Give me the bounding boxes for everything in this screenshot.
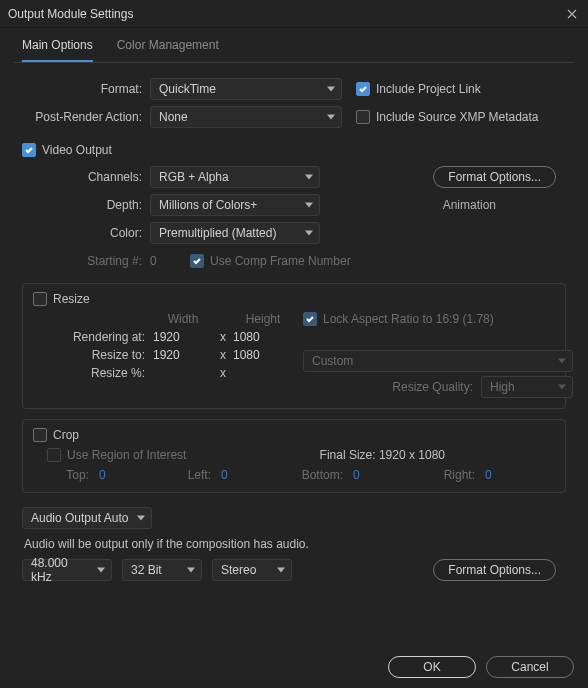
resize-preset-select: Custom — [303, 350, 573, 372]
include-xmp-checkbox[interactable]: Include Source XMP Metadata — [356, 110, 539, 124]
video-output-label: Video Output — [42, 143, 112, 157]
video-output-checkbox[interactable]: Video Output — [22, 143, 566, 157]
format-section: Format: QuickTime Include Project Link P… — [14, 63, 574, 129]
color-label: Color: — [22, 226, 150, 240]
include-project-link-label: Include Project Link — [376, 82, 481, 96]
include-xmp-label: Include Source XMP Metadata — [376, 110, 539, 124]
format-select-value: QuickTime — [159, 82, 216, 96]
dialog-footer: OK Cancel — [388, 656, 574, 678]
channels-select[interactable]: RGB + Alpha — [150, 166, 320, 188]
starting-number-value: 0 — [150, 254, 190, 268]
use-roi-checkbox: Use Region of Interest — [47, 448, 186, 462]
lock-aspect-ratio-label: Lock Aspect Ratio to 16:9 (1.78) — [323, 312, 494, 326]
codec-name: Animation — [443, 198, 496, 212]
audio-output-mode-value: Audio Output Auto — [31, 511, 128, 525]
resize-pct-label: Resize %: — [33, 366, 153, 380]
depth-value: Millions of Colors+ — [159, 198, 257, 212]
crop-checkbox[interactable]: Crop — [33, 428, 79, 442]
color-value: Premultiplied (Matted) — [159, 226, 276, 240]
close-icon — [567, 9, 577, 19]
height-header: Height — [233, 312, 293, 326]
use-roi-label: Use Region of Interest — [67, 448, 186, 462]
resize-preset-value: Custom — [312, 354, 353, 368]
audio-note: Audio will be output only if the composi… — [24, 537, 566, 551]
title-bar: Output Module Settings — [0, 0, 588, 28]
post-render-action-value: None — [159, 110, 188, 124]
audio-depth-value: 32 Bit — [131, 563, 162, 577]
lock-aspect-ratio-checkbox: Lock Aspect Ratio to 16:9 (1.78) — [303, 312, 573, 326]
width-header: Width — [153, 312, 213, 326]
resize-quality-select: High — [481, 376, 573, 398]
audio-channels-value: Stereo — [221, 563, 256, 577]
format-label: Format: — [22, 82, 150, 96]
tab-color-management[interactable]: Color Management — [117, 38, 219, 62]
format-select[interactable]: QuickTime — [150, 78, 342, 100]
crop-group: Crop Use Region of Interest Final Size: … — [22, 419, 566, 493]
post-render-action-label: Post-Render Action: — [22, 110, 150, 124]
resize-to-width: 1920 — [153, 348, 213, 362]
close-button[interactable] — [564, 6, 580, 22]
depth-select[interactable]: Millions of Colors+ — [150, 194, 320, 216]
check-icon — [192, 256, 202, 266]
check-icon — [24, 145, 34, 155]
resize-group: Resize Width Height Rendering at: 1920 x… — [22, 283, 566, 409]
resize-to-label: Resize to: — [33, 348, 153, 362]
resize-checkbox[interactable]: Resize — [33, 292, 90, 306]
tab-main-options[interactable]: Main Options — [22, 38, 93, 62]
crop-bottom-label: Bottom: — [267, 468, 347, 482]
audio-depth-select[interactable]: 32 Bit — [122, 559, 202, 581]
crop-right-value: 0 — [485, 468, 525, 482]
crop-left-label: Left: — [145, 468, 215, 482]
crop-right-label: Right: — [399, 468, 479, 482]
tab-bar: Main Options Color Management — [14, 28, 574, 63]
resize-to-height: 1080 — [233, 348, 293, 362]
crop-label: Crop — [53, 428, 79, 442]
crop-top-label: Top: — [33, 468, 93, 482]
rendering-width: 1920 — [153, 330, 213, 344]
audio-output-mode-select[interactable]: Audio Output Auto — [22, 507, 152, 529]
depth-label: Depth: — [22, 198, 150, 212]
audio-format-options-button[interactable]: Format Options... — [433, 559, 556, 581]
audio-channels-select[interactable]: Stereo — [212, 559, 292, 581]
resize-quality-label: Resize Quality: — [392, 380, 481, 394]
crop-top-value: 0 — [99, 468, 139, 482]
check-icon — [358, 84, 368, 94]
post-render-action-select[interactable]: None — [150, 106, 342, 128]
channels-value: RGB + Alpha — [159, 170, 229, 184]
audio-rate-select[interactable]: 48.000 kHz — [22, 559, 112, 581]
cancel-button[interactable]: Cancel — [486, 656, 574, 678]
crop-bottom-value: 0 — [353, 468, 393, 482]
crop-left-value: 0 — [221, 468, 261, 482]
window-title: Output Module Settings — [8, 7, 564, 21]
ok-button[interactable]: OK — [388, 656, 476, 678]
use-comp-frame-checkbox: Use Comp Frame Number — [190, 254, 351, 268]
resize-quality-value: High — [490, 380, 515, 394]
channels-label: Channels: — [22, 170, 150, 184]
resize-label: Resize — [53, 292, 90, 306]
starting-number-label: Starting #: — [22, 254, 150, 268]
final-size-label: Final Size: 1920 x 1080 — [320, 448, 445, 462]
video-format-options-button[interactable]: Format Options... — [433, 166, 556, 188]
include-project-link-checkbox[interactable]: Include Project Link — [356, 82, 481, 96]
audio-rate-value: 48.000 kHz — [31, 556, 89, 584]
rendering-at-label: Rendering at: — [33, 330, 153, 344]
rendering-height: 1080 — [233, 330, 293, 344]
color-select[interactable]: Premultiplied (Matted) — [150, 222, 320, 244]
use-comp-frame-label: Use Comp Frame Number — [210, 254, 351, 268]
check-icon — [305, 314, 315, 324]
